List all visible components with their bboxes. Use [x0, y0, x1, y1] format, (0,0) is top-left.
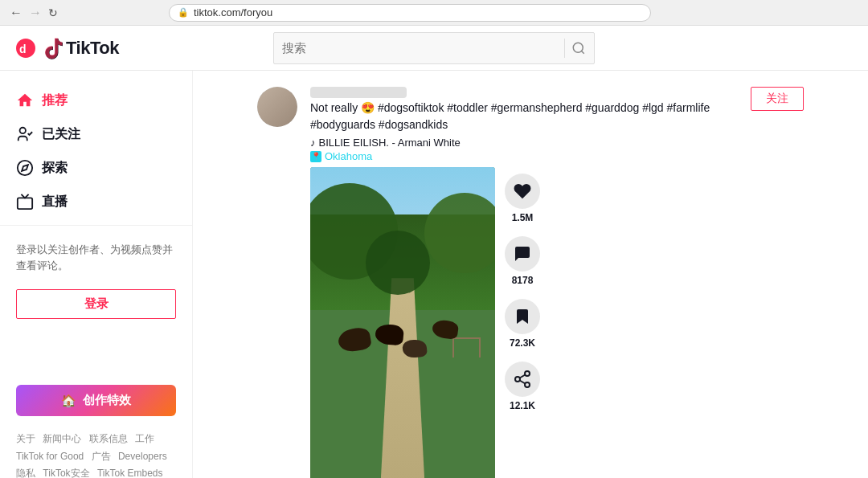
lock-icon: 🔒 [178, 7, 189, 18]
explore-icon [16, 159, 34, 177]
bookmark-button[interactable]: 72.3K [505, 299, 540, 349]
action-buttons: 1.5M 8178 [505, 167, 540, 411]
video-meta: Not really 😍 #dogsoftiktok #toddler #ger… [310, 87, 751, 162]
video-body: 1.5M 8178 [310, 167, 804, 478]
location-icon: 📍 [310, 151, 321, 162]
footer-link-safety[interactable]: TikTok安全 [43, 468, 89, 478]
video-music[interactable]: ♪ BILLIE EILISH. - Armani White [310, 137, 751, 149]
video-description: Not really 😍 #dogsoftiktok #toddler #ger… [310, 100, 751, 133]
video-header: Not really 😍 #dogsoftiktok #toddler #ger… [310, 87, 804, 162]
sidebar-item-explore[interactable]: 探索 [0, 151, 192, 185]
share-count: 12.1K [510, 400, 535, 411]
comment-icon [513, 244, 532, 264]
like-count: 1.5M [512, 212, 534, 223]
svg-point-1 [573, 43, 583, 52]
tiktok-logo-icon [42, 37, 64, 59]
forward-button[interactable]: → [29, 6, 42, 20]
search-button[interactable] [571, 41, 586, 55]
follow-button[interactable]: 关注 [751, 87, 804, 111]
url-display: tiktok.com/foryou [194, 6, 272, 18]
footer-link-careers[interactable]: 工作 [135, 433, 154, 444]
svg-point-3 [18, 161, 32, 175]
video-thumbnail[interactable] [310, 167, 495, 478]
video-location[interactable]: 📍 Oklahoma [310, 150, 751, 162]
sidebar-label-following: 已关注 [42, 126, 80, 143]
footer-link-developers[interactable]: Developers [118, 451, 167, 462]
reload-button[interactable]: ↻ [48, 6, 58, 19]
login-button[interactable]: 登录 [16, 289, 176, 319]
sidebar-promo-text: 登录以关注创作者、为视频点赞并查看评论。 [0, 232, 192, 283]
svg-point-2 [20, 128, 26, 133]
avatar-col [257, 87, 297, 478]
nature-scene [310, 167, 495, 478]
footer-link-ads[interactable]: 广告 [92, 451, 111, 462]
video-main: Not really 😍 #dogsoftiktok #toddler #ger… [310, 87, 804, 478]
svg-point-6 [515, 377, 520, 382]
share-icon-circle [505, 362, 540, 397]
footer-link-embeds[interactable]: TikTok Embeds [97, 468, 163, 478]
footer-link-about[interactable]: 关于 [16, 433, 35, 444]
sidebar: 推荐 已关注 探索 直 [0, 71, 193, 478]
bookmark-icon [513, 307, 532, 326]
sidebar-item-recommended[interactable]: 推荐 [0, 84, 192, 117]
svg-line-9 [520, 375, 526, 378]
sidebar-spacer [0, 325, 192, 378]
sidebar-footer: 关于 新闻中心 联系信息 工作 TikTok for Good 广告 Devel… [0, 423, 192, 478]
username-placeholder [310, 87, 407, 98]
share-button[interactable]: 12.1K [505, 362, 540, 411]
heart-icon [513, 182, 532, 201]
heart-icon-circle [505, 174, 540, 209]
avatar[interactable] [257, 87, 297, 127]
search-icon [571, 41, 586, 55]
dog-3 [402, 339, 428, 359]
sidebar-nav: 推荐 已关注 探索 直 [0, 84, 192, 219]
sidebar-item-following[interactable]: 已关注 [0, 117, 192, 151]
sidebar-label-recommended: 推荐 [42, 92, 68, 109]
sidebar-item-live[interactable]: 直播 [0, 185, 192, 219]
music-text: BILLIE EILISH. - Armani White [319, 137, 461, 149]
avatar-image [257, 87, 297, 127]
fence [452, 337, 481, 357]
sidebar-label-explore: 探索 [42, 160, 68, 177]
svg-rect-4 [18, 198, 32, 209]
comment-icon-circle [505, 236, 540, 272]
sidebar-label-live: 直播 [42, 194, 68, 210]
video-item: Not really 😍 #dogsoftiktok #toddler #ger… [257, 87, 804, 478]
footer-link-newsroom[interactable]: 新闻中心 [43, 433, 81, 444]
search-bar[interactable] [273, 32, 595, 64]
footer-link-tiktokforgood[interactable]: TikTok for Good [16, 451, 84, 462]
svg-line-8 [520, 381, 526, 384]
bookmark-icon-circle [505, 299, 540, 334]
comment-count: 8178 [512, 275, 534, 286]
sidebar-divider [0, 225, 192, 226]
comment-button[interactable]: 8178 [505, 236, 540, 286]
creative-effects-label: 创作特效 [83, 393, 131, 408]
footer-link-privacy[interactable]: 隐私 [16, 468, 35, 478]
video-feed: Not really 😍 #dogsoftiktok #toddler #ger… [257, 87, 804, 478]
creative-effects-button[interactable]: 🏠 创作特效 [16, 385, 176, 416]
logo-text: TikTok [66, 38, 119, 59]
live-icon [16, 193, 34, 210]
like-button[interactable]: 1.5M [505, 174, 540, 223]
bookmark-count: 72.3K [510, 337, 535, 349]
back-button[interactable]: ← [10, 6, 23, 20]
location-text: Oklahoma [325, 150, 372, 162]
home-icon [16, 92, 34, 109]
svg-point-7 [525, 382, 530, 387]
search-divider [564, 39, 565, 58]
music-note-icon: ♪ [310, 137, 316, 149]
svg-text:d: d [19, 43, 27, 55]
video-user [310, 87, 751, 98]
creative-effects-icon: 🏠 [61, 394, 76, 408]
following-icon [16, 125, 34, 143]
logo[interactable]: d TikTok [13, 35, 141, 61]
content-area: Not really 😍 #dogsoftiktok #toddler #ger… [193, 71, 868, 478]
footer-link-contact[interactable]: 联系信息 [89, 433, 128, 444]
share-icon [513, 370, 532, 389]
search-input[interactable] [282, 41, 558, 55]
svg-point-5 [525, 371, 530, 376]
tree-center [366, 231, 430, 295]
